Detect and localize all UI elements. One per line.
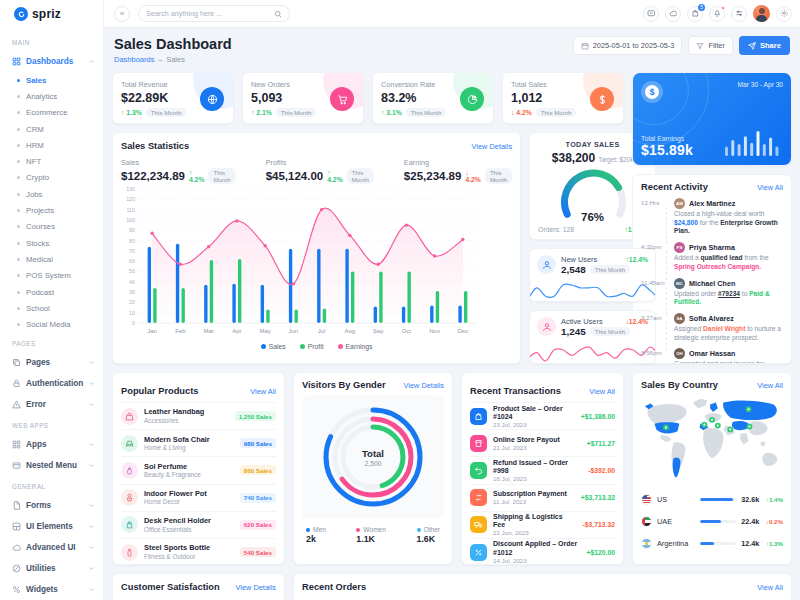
sidebar-group-utilities[interactable]: Utilities: [0, 558, 103, 579]
sidebar-item-nft[interactable]: NFT: [0, 153, 103, 169]
transaction-row[interactable]: Discount Applied – Order #101214 Jul, 20…: [470, 538, 615, 565]
view-all-link[interactable]: View All: [757, 381, 783, 390]
screen-icon: [647, 9, 656, 18]
kpi-total-revenue[interactable]: Total Revenue $22.89K ↑ 1.3%This Month: [112, 72, 234, 124]
sidebar-group-advanced-ui[interactable]: Advanced UI: [0, 537, 103, 558]
legend-profit[interactable]: Profit: [300, 343, 324, 350]
truck-icon: [470, 516, 487, 533]
sidebar-group-apps[interactable]: Apps: [0, 434, 103, 455]
sidebar-item-medical[interactable]: Medical: [0, 251, 103, 267]
product-row-pencil-holder[interactable]: Desk Pencil HolderOffice Essentials 620 …: [121, 511, 276, 538]
sidebar-item-ecommerce[interactable]: Ecommerce: [0, 105, 103, 121]
transaction-row[interactable]: Shipping & Logistics Fee22 Jun, 2023 -$3…: [470, 511, 615, 538]
sidebar-item-projects[interactable]: Projects: [0, 202, 103, 218]
share-button[interactable]: Share: [739, 36, 790, 55]
sidebar-item-school[interactable]: School: [0, 300, 103, 316]
sidebar-item-social-media[interactable]: Social Media: [0, 316, 103, 332]
product-row-flower-pot[interactable]: Indoor Flower PotHome Decor 740 Sales: [121, 484, 276, 511]
sidebar-section-general: GENERAL: [12, 483, 103, 490]
product-row-sofa-chair[interactable]: Modern Sofa ChairHome & Living 980 Sales: [121, 429, 276, 456]
view-all-link[interactable]: View All: [757, 583, 783, 592]
search-icon: [274, 10, 282, 18]
svg-text:50: 50: [129, 268, 135, 274]
user-icon: [537, 317, 556, 336]
sidebar-item-crypto[interactable]: Crypto: [0, 170, 103, 186]
user-avatar[interactable]: [753, 5, 770, 22]
sidebar-group-widgets[interactable]: Widgets: [0, 579, 103, 600]
sidebar-item-analytics[interactable]: Analytics: [0, 88, 103, 104]
sidebar-group-forms[interactable]: Forms: [0, 495, 103, 516]
breadcrumb-dashboards[interactable]: Dashboards: [114, 55, 154, 64]
view-all-link[interactable]: View All: [757, 183, 783, 192]
cloud-button[interactable]: [665, 6, 681, 22]
transaction-row[interactable]: Subscription Payment11 Jul, 2023 +$3,713…: [470, 484, 615, 511]
kpi-total-sales[interactable]: Total Sales 1,012 ↓ 4.2%This Month: [502, 72, 624, 124]
search-input[interactable]: [146, 9, 274, 18]
sidebar-item-podcast[interactable]: Podcast: [0, 284, 103, 300]
view-all-link[interactable]: View All: [250, 387, 276, 396]
activity-item[interactable]: 12 Hrs AMAlex Martinez Closed a high-val…: [641, 198, 783, 236]
chevron-down-icon: [88, 441, 95, 448]
kpi-conversion-rate[interactable]: Conversion Rate 83.2% ↑ 3.1%This Month: [372, 72, 494, 124]
kpi-new-orders[interactable]: New Orders 5,093 ↑ 2.1%This Month: [242, 72, 364, 124]
bottle-icon: [121, 544, 138, 561]
activity-item[interactable]: 8:56pm OHOmar Hassan Generated and sent …: [641, 348, 783, 364]
sidebar-group-pages[interactable]: Pages: [0, 352, 103, 373]
layout-icon: [12, 522, 21, 531]
sidebar-item-stocks[interactable]: Stocks: [0, 235, 103, 251]
legend-earnings[interactable]: Earnings: [338, 343, 373, 350]
recent-orders-card: Recent Orders View All: [293, 573, 792, 600]
sidebar-group-nested-menu[interactable]: Nested Menu: [0, 455, 103, 476]
legend-sales[interactable]: Sales: [261, 343, 286, 350]
activity-item[interactable]: 9:27am SASofia Alvarez Assigned Daniel W…: [641, 313, 783, 342]
sidebar-group-authentication[interactable]: Authentication: [0, 373, 103, 394]
sidebar-item-sales[interactable]: Sales: [0, 72, 103, 88]
view-details-link[interactable]: View Details: [472, 142, 513, 151]
date-range-picker[interactable]: 2025-05-01 to 2025-05-3: [573, 36, 683, 55]
dollar-icon: [590, 87, 614, 111]
recent-transactions-card: Recent Transactions View All Product Sal…: [461, 372, 624, 565]
sidebar-collapse-button[interactable]: «: [114, 6, 130, 22]
country-row-us[interactable]: US 32.6k ↑1.4%: [641, 488, 783, 510]
search-bar[interactable]: [138, 5, 290, 22]
user-icon: [537, 255, 556, 274]
transaction-row[interactable]: Product Sale – Order #102423 Jul, 2023 +…: [470, 402, 615, 429]
chevron-down-icon: [88, 586, 95, 593]
product-row-perfume[interactable]: Sol PerfumeBeauty & Fragrance 860 Sales: [121, 456, 276, 483]
app-root: spriz MAIN Dashboards Sales Analytics Ec…: [0, 0, 800, 600]
activity-item[interactable]: 11:45am MCMichael Chen Updated order #79…: [641, 278, 783, 307]
sidebar-item-courses[interactable]: Courses: [0, 219, 103, 235]
activity-item[interactable]: 4:32pm PSPriya Sharma Added a qualified …: [641, 242, 783, 271]
layout-toggle-button[interactable]: [731, 6, 747, 22]
country-row-argentina[interactable]: Argentina 12.4k ↑1.3%: [641, 532, 783, 554]
svg-text:Oct: Oct: [402, 328, 412, 334]
view-details-link[interactable]: View Details: [403, 381, 444, 390]
sidebar-group-error[interactable]: Error: [0, 394, 103, 415]
sidebar-item-pos-system[interactable]: POS System: [0, 268, 103, 284]
view-details-link[interactable]: View Details: [235, 583, 276, 592]
view-all-link[interactable]: View All: [589, 387, 615, 396]
sidebar-group-ui-elements[interactable]: UI Elements: [0, 516, 103, 537]
transaction-row[interactable]: Refund Issued – Order #99816 Jul, 2023 -…: [470, 456, 615, 483]
settings-button[interactable]: [776, 6, 792, 22]
sidebar-item-crm[interactable]: CRM: [0, 121, 103, 137]
transaction-row[interactable]: Online Store Payout21 Jul, 2023 +$711.27: [470, 429, 615, 456]
sales-badge: 620 Sales: [240, 520, 276, 530]
stat-sales: Sales $122,234.89↑ 4.2%This Month: [121, 158, 236, 184]
filter-button[interactable]: Filter: [688, 36, 732, 55]
sidebar-group-dashboards[interactable]: Dashboards: [0, 51, 103, 72]
svg-text:10: 10: [129, 310, 135, 316]
cart-button[interactable]: 5: [687, 6, 703, 22]
svg-text:Aug: Aug: [345, 328, 356, 334]
brand-logo[interactable]: spriz: [0, 0, 103, 28]
sidebar-item-jobs[interactable]: Jobs: [0, 186, 103, 202]
product-row-sports-bottle[interactable]: Steel Sports BottleFitness & Outdoor 540…: [121, 538, 276, 565]
notifications-button[interactable]: [709, 6, 725, 22]
screen-button[interactable]: [643, 6, 659, 22]
pencil-holder-icon: [121, 516, 138, 533]
country-row-uae[interactable]: UAE 22.4k ↓0.2%: [641, 510, 783, 532]
sales-statistics-card: Sales Statistics View Details Sales $122…: [112, 132, 521, 364]
product-row-leather-handbag[interactable]: Leather HandbagAccessories 1,250 Sales: [121, 402, 276, 429]
sidebar-item-hrm[interactable]: HRM: [0, 137, 103, 153]
flower-pot-icon: [121, 489, 138, 506]
